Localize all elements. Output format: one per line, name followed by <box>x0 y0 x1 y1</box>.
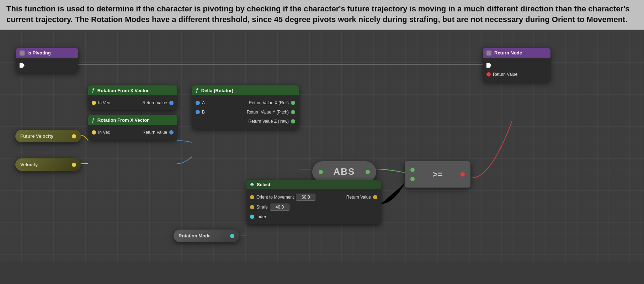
delta-rotator-node: ƒ Delta (Rotator) A Return Value X (Roll… <box>192 85 299 129</box>
index-pin[interactable] <box>250 215 254 219</box>
f-icon: ƒ <box>92 117 95 123</box>
return-value-pin[interactable] <box>169 101 174 105</box>
select-header: ⊕ Select <box>246 180 381 189</box>
gte-output-pin[interactable] <box>461 172 465 177</box>
rotation-mode-label: Rotation Mode <box>179 233 211 238</box>
abs-body: ABS <box>312 161 376 182</box>
in-vec-label: In Vec <box>98 130 110 135</box>
return-x-pin[interactable] <box>291 101 295 105</box>
orient-label: Orient to Movement <box>256 195 294 200</box>
return-value-label: Return Value <box>493 72 517 77</box>
gte-body: >= <box>405 161 470 188</box>
return-value-label: Return Value <box>143 100 167 105</box>
a-label: A <box>202 100 205 105</box>
future-velocity-body: Future Velocity <box>15 130 81 142</box>
gte-bottom-input[interactable] <box>410 177 415 181</box>
return-value-pin[interactable] <box>486 72 491 77</box>
future-velocity-label: Future Velocity <box>20 133 53 139</box>
rot-from-x-top-body: In Vec Return Value <box>88 95 177 110</box>
select-return-pin[interactable] <box>373 195 377 199</box>
return-value-row: Return Value <box>483 70 550 79</box>
b-pin[interactable] <box>196 110 200 114</box>
b-row: B Return Value Y (Pitch) <box>192 107 299 117</box>
rot-from-x-bot-header: ƒ Rotation From X Vector <box>88 115 177 125</box>
strafe-label: Strafe <box>256 205 268 210</box>
is-pivoting-body <box>16 58 78 73</box>
return-node-title: Return Node <box>494 50 522 56</box>
rot-from-x-bot-title: Rotation From X Vector <box>97 117 149 123</box>
abs-output-pin[interactable] <box>366 170 370 174</box>
rotation-from-x-top-node: ƒ Rotation From X Vector In Vec Return V… <box>88 85 177 110</box>
is-pivoting-header: Is Pivoting <box>16 48 78 58</box>
select-node: ⊕ Select Orient to Movement Return Value… <box>246 180 381 224</box>
future-velocity-pin[interactable] <box>72 134 76 138</box>
abs-input-pin[interactable] <box>319 170 323 174</box>
return-z-label: Return Value Z (Yaw) <box>248 119 289 124</box>
orient-value-input[interactable] <box>296 194 315 201</box>
select-icon: ⊕ <box>250 182 254 187</box>
description-text: This function is used to determine if th… <box>6 4 630 24</box>
rotation-mode-pin[interactable] <box>230 234 234 238</box>
abs-node: ABS <box>312 161 376 182</box>
return-x-label: Return Value X (Roll) <box>249 100 289 105</box>
delta-body: A Return Value X (Roll) B Return Value Y… <box>192 95 299 129</box>
orient-pin[interactable] <box>250 195 254 199</box>
abs-label: ABS <box>334 166 355 177</box>
rotation-mode-body: Rotation Mode <box>174 230 239 242</box>
f-icon: ƒ <box>92 88 95 93</box>
select-body: Orient to Movement Return Value Strafe <box>246 189 381 224</box>
is-pivoting-exec-row <box>16 61 78 70</box>
return-exec-row <box>483 61 550 70</box>
gte-top-input[interactable] <box>410 168 415 172</box>
delta-header: ƒ Delta (Rotator) <box>192 85 299 95</box>
rotation-from-x-bot-node: ƒ Rotation From X Vector In Vec Return V… <box>88 115 177 140</box>
in-vec-label: In Vec <box>98 100 110 105</box>
exec-pin[interactable] <box>20 63 25 68</box>
orient-row: Orient to Movement Return Value <box>246 192 381 202</box>
index-label: Index <box>256 214 267 219</box>
return-value-label: Return Value <box>346 195 371 200</box>
gte-right-pin <box>461 172 465 177</box>
b-label: B <box>202 110 205 115</box>
a-row: A Return Value X (Roll) <box>192 98 299 107</box>
velocity-node: Velocity <box>15 158 81 171</box>
f-icon: ƒ <box>196 88 198 93</box>
exec-pin[interactable] <box>486 63 491 68</box>
select-title: Select <box>257 182 270 187</box>
in-vec-row: In Vec Return Value <box>88 128 177 137</box>
future-velocity-node: Future Velocity <box>15 130 81 142</box>
strafe-pin[interactable] <box>250 205 254 209</box>
blueprint-canvas: Is Pivoting Return Node Return Value <box>0 30 644 262</box>
description-bar: This function is used to determine if th… <box>0 0 644 30</box>
in-vec-pin[interactable] <box>92 130 96 135</box>
return-y-label: Return Value Y (Pitch) <box>247 110 289 115</box>
rot-from-x-top-header: ƒ Rotation From X Vector <box>88 85 177 95</box>
strafe-row: Strafe <box>246 202 381 212</box>
in-vec-row: In Vec Return Value <box>88 98 177 107</box>
is-pivoting-node: Is Pivoting <box>16 48 78 73</box>
gte-label: >= <box>432 169 442 179</box>
node-icon <box>486 51 491 56</box>
strafe-value-input[interactable] <box>270 204 289 211</box>
a-pin[interactable] <box>196 101 200 105</box>
velocity-pin[interactable] <box>72 163 76 167</box>
index-row: Index <box>246 212 381 221</box>
return-value-label: Return Value <box>143 130 167 135</box>
delta-title: Delta (Rotator) <box>201 88 233 93</box>
return-node-body: Return Value <box>483 58 550 82</box>
rot-from-x-top-title: Rotation From X Vector <box>97 88 149 93</box>
return-node-header: Return Node <box>483 48 550 58</box>
velocity-label: Velocity <box>20 162 38 167</box>
is-pivoting-title: Is Pivoting <box>27 50 51 56</box>
rotation-mode-node: Rotation Mode <box>174 230 239 242</box>
return-value-pin[interactable] <box>169 130 174 135</box>
return-node: Return Node Return Value <box>483 48 550 82</box>
velocity-body: Velocity <box>15 158 81 171</box>
node-icon <box>20 51 25 56</box>
gte-node: >= <box>405 161 470 188</box>
rot-from-x-bot-body: In Vec Return Value <box>88 125 177 140</box>
z-row: Return Value Z (Yaw) <box>192 117 299 126</box>
return-z-pin[interactable] <box>291 119 295 123</box>
in-vec-pin[interactable] <box>92 101 96 105</box>
return-y-pin[interactable] <box>291 110 295 114</box>
